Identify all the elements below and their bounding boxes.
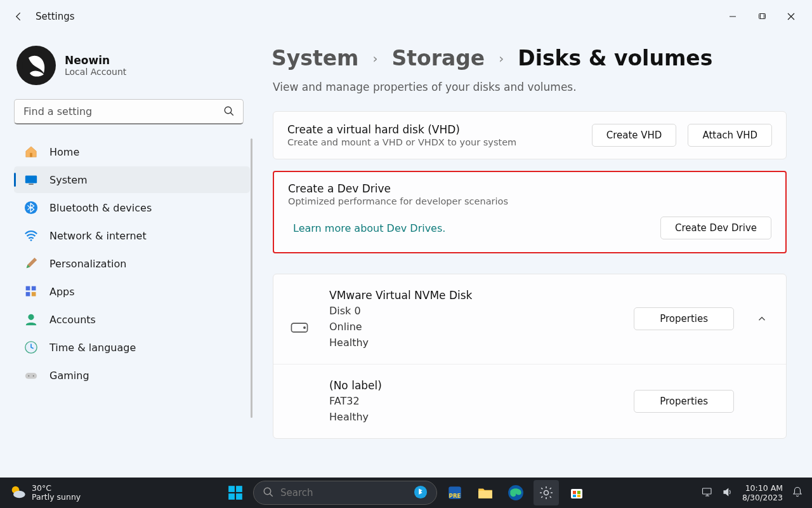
card-disks: VMware Virtual NVMe Disk Disk 0 Online H… xyxy=(273,274,787,439)
taskbar-edge[interactable] xyxy=(503,480,528,505)
app-title: Settings xyxy=(36,11,75,22)
taskbar-clock[interactable]: 10:10 AM 8/30/2023 xyxy=(742,483,783,502)
svg-rect-28 xyxy=(228,493,235,500)
sidebar-item-label: Gaming xyxy=(49,370,89,382)
volume-icon xyxy=(287,392,311,410)
taskbar-msstore[interactable] xyxy=(564,480,589,505)
back-button[interactable] xyxy=(6,10,32,23)
sidebar-item-label: System xyxy=(49,174,88,186)
system-icon xyxy=(24,173,38,187)
taskbar: 30°C Partly sunny PRE 10:10 AM 8/30/2023 xyxy=(0,478,812,508)
create-vhd-button[interactable]: Create VHD xyxy=(592,124,677,147)
sidebar-item-system[interactable]: System xyxy=(14,166,250,193)
taskbar-weather[interactable]: 30°C Partly sunny xyxy=(9,483,81,503)
taskbar-app-preview[interactable]: PRE xyxy=(442,480,468,505)
svg-rect-40 xyxy=(577,491,580,494)
attach-vhd-button[interactable]: Attach VHD xyxy=(688,124,772,147)
vhd-title: Create a virtual hard disk (VHD) xyxy=(287,123,580,136)
svg-rect-15 xyxy=(26,292,30,297)
svg-rect-27 xyxy=(236,486,242,492)
disk-properties-button[interactable]: Properties xyxy=(634,307,734,330)
weather-icon xyxy=(9,483,27,503)
volume-row: (No label) FAT32 Healthy Properties xyxy=(273,364,786,438)
svg-point-20 xyxy=(28,375,29,377)
disk-title: VMware Virtual NVMe Disk xyxy=(329,287,616,304)
sidebar-item-label: Home xyxy=(49,146,79,158)
svg-rect-41 xyxy=(573,495,576,497)
breadcrumb-storage[interactable]: Storage xyxy=(391,46,485,70)
minimize-button[interactable] xyxy=(718,6,747,27)
avatar xyxy=(16,46,56,85)
breadcrumb-current: Disks & volumes xyxy=(518,46,712,70)
sidebar-scrollbar[interactable] xyxy=(251,138,252,418)
breadcrumb-system[interactable]: System xyxy=(272,46,358,70)
svg-rect-10 xyxy=(29,184,33,184)
svg-rect-13 xyxy=(26,286,30,291)
sidebar-item-home[interactable]: Home xyxy=(14,138,250,165)
taskbar-settings[interactable] xyxy=(534,480,559,505)
wifi-icon xyxy=(24,229,38,243)
sidebar-item-network[interactable]: Network & internet xyxy=(14,222,250,249)
vhd-desc: Create and mount a VHD or VHDX to your s… xyxy=(287,137,580,147)
user-block[interactable]: Neowin Local Account xyxy=(14,46,192,85)
devdrive-learn-link[interactable]: Learn more about Dev Drives. xyxy=(293,222,445,234)
sidebar-item-gaming[interactable]: Gaming xyxy=(14,362,250,389)
taskbar-tray-monitor-icon[interactable] xyxy=(702,486,713,500)
svg-rect-8 xyxy=(30,153,32,157)
svg-point-30 xyxy=(264,488,271,495)
chevron-right-icon: › xyxy=(499,51,504,66)
bluetooth-icon xyxy=(24,201,38,215)
taskbar-volume-icon[interactable] xyxy=(722,486,733,500)
sidebar-item-time[interactable]: Time & language xyxy=(14,334,250,361)
collapse-button[interactable] xyxy=(752,313,772,324)
svg-rect-2 xyxy=(761,14,766,19)
breadcrumb: System › Storage › Disks & volumes xyxy=(272,46,797,70)
card-vhd: Create a virtual hard disk (VHD) Create … xyxy=(273,111,787,159)
sidebar-item-label: Network & internet xyxy=(49,230,147,242)
svg-rect-29 xyxy=(236,493,242,500)
taskbar-temp: 30°C xyxy=(32,484,81,493)
taskbar-search-input[interactable] xyxy=(280,487,407,498)
svg-rect-1 xyxy=(759,14,764,19)
disk-number: Disk 0 xyxy=(329,304,616,319)
sidebar-item-apps[interactable]: Apps xyxy=(14,278,250,305)
sidebar: Neowin Local Account Home System Bluetoo… xyxy=(0,33,203,478)
taskbar-explorer[interactable] xyxy=(473,480,498,505)
svg-point-6 xyxy=(225,107,232,114)
svg-rect-19 xyxy=(25,373,37,378)
svg-rect-42 xyxy=(577,495,580,497)
svg-rect-26 xyxy=(228,486,235,492)
nav: Home System Bluetooth & devices Network … xyxy=(14,138,250,389)
vol-properties-button[interactable]: Properties xyxy=(634,390,734,413)
create-devdrive-button[interactable]: Create Dev Drive xyxy=(660,217,771,239)
bing-icon xyxy=(414,485,428,501)
taskbar-search[interactable] xyxy=(253,481,437,505)
svg-point-17 xyxy=(28,314,34,320)
search-icon xyxy=(223,105,235,119)
svg-point-25 xyxy=(13,490,25,498)
disk-health: Healthy xyxy=(329,335,616,351)
sidebar-item-label: Bluetooth & devices xyxy=(49,202,152,214)
sidebar-item-bluetooth[interactable]: Bluetooth & devices xyxy=(14,194,250,221)
sidebar-item-accounts[interactable]: Accounts xyxy=(14,306,250,333)
svg-rect-43 xyxy=(702,488,711,494)
svg-point-23 xyxy=(304,327,305,328)
disk-row: VMware Virtual NVMe Disk Disk 0 Online H… xyxy=(273,274,786,364)
sidebar-item-label: Personalization xyxy=(49,258,126,270)
close-button[interactable] xyxy=(776,6,806,27)
user-name: Neowin xyxy=(65,54,126,67)
svg-point-21 xyxy=(33,375,34,377)
svg-text:PRE: PRE xyxy=(449,493,461,499)
search-input[interactable] xyxy=(14,99,244,124)
taskbar-weather-text: Partly sunny xyxy=(32,493,81,502)
taskbar-notifications-icon[interactable] xyxy=(792,486,803,500)
devdrive-desc: Optimized performance for developer scen… xyxy=(288,196,771,206)
sidebar-item-personalization[interactable]: Personalization xyxy=(14,250,250,277)
svg-rect-9 xyxy=(25,176,37,184)
svg-rect-16 xyxy=(32,292,36,297)
start-button[interactable] xyxy=(223,480,248,505)
disk-status: Online xyxy=(329,319,616,335)
card-devdrive: Create a Dev Drive Optimized performance… xyxy=(273,171,787,253)
maximize-button[interactable] xyxy=(747,6,776,27)
search-icon xyxy=(263,486,274,500)
